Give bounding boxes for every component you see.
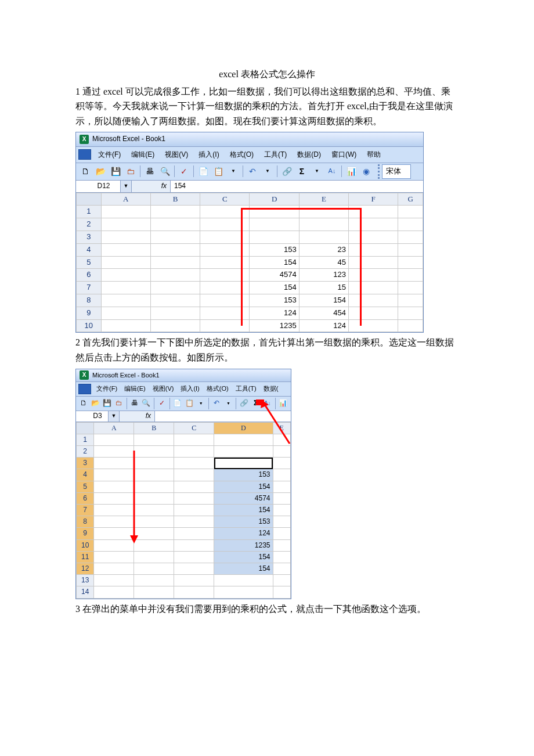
- col-header-a[interactable]: A: [101, 193, 150, 206]
- cell[interactable]: [134, 469, 174, 481]
- cell[interactable]: [101, 256, 150, 269]
- cell[interactable]: [150, 269, 200, 282]
- name-box[interactable]: D12 ▼: [76, 181, 132, 192]
- cell[interactable]: [174, 528, 214, 539]
- col-header-d[interactable]: D: [214, 422, 273, 434]
- formula-input[interactable]: [155, 411, 291, 422]
- row-header[interactable]: 5: [77, 256, 102, 269]
- cell[interactable]: [134, 575, 174, 586]
- cell[interactable]: [94, 586, 134, 598]
- col-header-f[interactable]: F: [349, 193, 398, 206]
- paste-icon[interactable]: 📋: [211, 164, 225, 178]
- cell[interactable]: [200, 256, 250, 269]
- cell[interactable]: 154: [299, 294, 348, 307]
- cell[interactable]: 15: [299, 282, 348, 294]
- cell[interactable]: [273, 516, 290, 528]
- cell[interactable]: [134, 586, 174, 598]
- control-menu-icon[interactable]: [78, 149, 91, 160]
- cell[interactable]: [150, 256, 200, 269]
- cell[interactable]: [150, 294, 200, 307]
- row-header[interactable]: 2: [77, 218, 102, 231]
- row-header[interactable]: 1: [77, 206, 102, 218]
- cell[interactable]: [101, 231, 150, 243]
- cell[interactable]: [94, 551, 134, 563]
- permission-icon[interactable]: 🗀: [124, 164, 138, 178]
- spreadsheet-grid[interactable]: A B C D E F G 1 2 3 415323 515445 645741…: [76, 193, 423, 333]
- cell[interactable]: 154: [250, 282, 299, 294]
- cell[interactable]: [398, 243, 423, 256]
- cell[interactable]: [174, 575, 214, 586]
- cell[interactable]: [134, 434, 174, 445]
- cell[interactable]: [94, 528, 134, 539]
- cell[interactable]: [349, 282, 398, 294]
- spreadsheet-grid[interactable]: A B C D E 1 2 3 4153 5154 64574 7154 815…: [76, 422, 291, 599]
- menu-edit[interactable]: 编辑(E): [127, 148, 159, 161]
- cell[interactable]: [398, 206, 423, 218]
- col-header-a[interactable]: A: [94, 422, 134, 434]
- cell-selected[interactable]: 154: [214, 563, 273, 574]
- cell[interactable]: [214, 434, 273, 445]
- cell[interactable]: [349, 206, 398, 218]
- cell[interactable]: 153: [250, 294, 299, 307]
- cell[interactable]: [94, 469, 134, 481]
- copy-icon[interactable]: 📄: [196, 164, 210, 178]
- cell[interactable]: [299, 218, 348, 231]
- permission-icon[interactable]: 🗀: [113, 398, 124, 409]
- cell[interactable]: [101, 319, 150, 332]
- row-header[interactable]: 6: [77, 269, 102, 282]
- cell[interactable]: [200, 206, 250, 218]
- cell[interactable]: [174, 434, 214, 445]
- menu-window[interactable]: 窗口(W): [327, 148, 361, 161]
- row-header[interactable]: 10: [77, 539, 94, 551]
- fx-label[interactable]: fx: [132, 181, 171, 192]
- cell[interactable]: [214, 575, 273, 586]
- name-box-dropdown-icon[interactable]: ▼: [108, 411, 119, 422]
- row-header[interactable]: 4: [77, 469, 94, 481]
- menu-file[interactable]: 文件(F): [93, 148, 125, 161]
- cell[interactable]: [398, 294, 423, 307]
- menu-format[interactable]: 格式(O): [225, 148, 258, 161]
- cell[interactable]: [273, 551, 290, 563]
- cell[interactable]: [273, 563, 290, 574]
- cell[interactable]: [200, 218, 250, 231]
- cell-selected[interactable]: 154: [214, 505, 273, 516]
- cell[interactable]: [349, 218, 398, 231]
- undo-icon[interactable]: ↶: [246, 164, 259, 178]
- cell[interactable]: [94, 458, 134, 469]
- row-header[interactable]: 8: [77, 294, 102, 307]
- cell[interactable]: 154: [250, 256, 299, 269]
- row-header[interactable]: 6: [77, 492, 94, 504]
- cell[interactable]: [101, 307, 150, 319]
- row-header[interactable]: 10: [77, 319, 102, 332]
- menu-view[interactable]: 视图(V): [160, 148, 193, 161]
- row-header[interactable]: 7: [77, 505, 94, 516]
- menu-format[interactable]: 格式(O): [204, 383, 232, 395]
- cell[interactable]: [134, 516, 174, 528]
- col-header-b[interactable]: B: [134, 422, 174, 434]
- dropdown-icon[interactable]: ▼: [226, 164, 240, 178]
- chart-icon[interactable]: 📊: [344, 164, 358, 178]
- cell[interactable]: [94, 481, 134, 492]
- name-box[interactable]: D3 ▼: [76, 411, 120, 422]
- cell[interactable]: [101, 243, 150, 256]
- cell[interactable]: [273, 528, 290, 539]
- cell[interactable]: [299, 231, 348, 243]
- cell[interactable]: 123: [299, 269, 348, 282]
- cell[interactable]: [349, 307, 398, 319]
- cell[interactable]: [174, 505, 214, 516]
- cell[interactable]: 23: [299, 243, 348, 256]
- cell[interactable]: [273, 505, 290, 516]
- row-header[interactable]: 5: [77, 481, 94, 492]
- dropdown-icon[interactable]: ▼: [261, 164, 275, 178]
- preview-icon[interactable]: 🔍: [158, 164, 172, 178]
- row-header[interactable]: 12: [77, 563, 94, 574]
- menu-data[interactable]: 数据(D): [293, 148, 326, 161]
- cell[interactable]: [134, 492, 174, 504]
- cell[interactable]: [94, 446, 134, 458]
- row-header[interactable]: 14: [77, 586, 94, 598]
- copy-icon[interactable]: 📄: [172, 398, 183, 409]
- cell[interactable]: [134, 563, 174, 574]
- cell[interactable]: [273, 586, 290, 598]
- cell[interactable]: [273, 539, 290, 551]
- row-header[interactable]: 1: [77, 434, 94, 445]
